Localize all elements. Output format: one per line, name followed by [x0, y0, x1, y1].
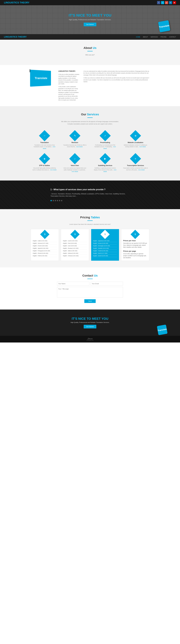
hero-title-accent: TO MEET YOU: [86, 13, 111, 17]
faq-section: 1 - What types of services does your web…: [0, 180, 180, 209]
hero-section: IT'S NICE TO MEET YOU High Quality, Prof…: [0, 5, 180, 34]
contact-email-input[interactable]: [91, 282, 123, 286]
service-translation-more[interactable]: more details: [43, 146, 55, 149]
pricing-row: English - Dutch (0.17 USD): [93, 252, 117, 254]
pricing-card-3-featured: $ English - Japanese (0.09 USD) English …: [91, 229, 119, 261]
service-dtp-desc: We provide high quality desktop publishi…: [32, 167, 57, 171]
faq-dot-5[interactable]: [59, 200, 60, 201]
about-col2-p2: # When you entrust our website with your…: [83, 77, 149, 83]
services-section: Our Services We offers you comprehensive…: [0, 106, 180, 180]
service-subtitling-more[interactable]: more details: [104, 169, 117, 172]
navbar: LINGUISTICS THEORY HOME ABOUT SERVICES P…: [0, 34, 180, 40]
hero-content: IT'S NICE TO MEET YOU High Quality, Prof…: [69, 13, 112, 26]
faq-dot-1[interactable]: [50, 200, 52, 201]
nav-home[interactable]: HOME: [136, 36, 140, 38]
pricing-row: English - Azeri (0.08 USD): [63, 244, 87, 247]
faq-dot-3[interactable]: [55, 200, 56, 201]
faq-inner: 1 - What types of services does your web…: [50, 188, 130, 201]
hero-key-visual: Translate: [158, 20, 170, 32]
prices-per-hour-title: Prices per hour: [123, 240, 147, 242]
about-section: About Us Who we are?: [0, 40, 180, 65]
service-dtp-name: DTP & Outline: [32, 164, 57, 166]
googleplus-icon[interactable]: g+: [165, 1, 168, 4]
contact-message-textarea[interactable]: [57, 287, 123, 298]
service-revision-icon: ✎: [69, 130, 80, 141]
service-transcription-more[interactable]: more details: [138, 169, 145, 170]
about-content-section: Translate LINGUISTICS THEORY. # We are a…: [0, 65, 180, 106]
contact-divider: [87, 279, 93, 279]
service-transcription: ≡ Transcription Services Transcription i…: [122, 154, 149, 174]
nav-logo-first: LINGUISTICS: [4, 36, 17, 38]
service-dtp-more[interactable]: more details: [50, 169, 56, 170]
nav-about[interactable]: ABOUT: [143, 36, 148, 38]
nav-contact[interactable]: CONTACT: [169, 36, 176, 38]
about-image: Translate: [30, 70, 51, 87]
faq-dot-4[interactable]: [57, 200, 58, 201]
nav-pricing[interactable]: PRICING: [160, 36, 166, 38]
service-revision: ✎ Revision Translation becomes any of wh…: [61, 130, 89, 151]
about-divider: [87, 51, 93, 51]
service-voiceover-desc: Voice-over services are required when yo…: [62, 167, 87, 173]
service-proofreading-more[interactable]: more details: [104, 146, 116, 149]
faq-dot-2[interactable]: [53, 200, 54, 201]
footer-text: مستقل: [87, 337, 93, 340]
pricing-row: English - Korean (0.08 USD): [93, 242, 117, 244]
pricing-card-2: $ English - Czech (0.09 USD) English - F…: [61, 229, 89, 261]
service-subtitling-desc: Subtitling or captioning services involv…: [93, 167, 118, 173]
service-proofreading-name: Proofreading: [93, 142, 118, 144]
service-localization-more[interactable]: more details: [139, 146, 146, 148]
service-revision-more[interactable]: more details: [76, 146, 83, 148]
pricing-card-3-icon: $: [101, 230, 110, 239]
pricing-row: English - Arabic (0.03 USD): [33, 240, 57, 242]
service-voiceover-more[interactable]: more details: [71, 171, 78, 172]
footer-subtext: mustaqil.com: [86, 340, 94, 341]
service-localization-name: Website Localization: [123, 142, 148, 144]
about-col1-p2: # We provide a 100% satisfaction guarant…: [58, 86, 79, 101]
service-revision-desc: Translation becomes any of what we offer…: [62, 144, 87, 148]
service-proofreading-icon: ✓: [100, 130, 111, 141]
service-localization-desc: Website localization consists of modifyi…: [123, 144, 148, 148]
twitter-icon[interactable]: t: [161, 1, 164, 4]
about-col2-p1: # No one understands the vitality of exc…: [83, 70, 149, 76]
contact-name-input[interactable]: [57, 282, 89, 286]
pricing-row: English - Portuguese (0.06 USD): [33, 250, 57, 252]
footer-get-started-button[interactable]: Get Started: [84, 325, 96, 328]
pricing-row: English - Chinese (0.25 USD): [63, 254, 87, 257]
logo-second: THEORY: [19, 1, 29, 4]
service-subtitling-icon: ▶: [100, 153, 111, 164]
footer-hero-key: Translate: [157, 324, 167, 335]
get-started-button[interactable]: Get Started: [84, 22, 96, 26]
about-image-wrap: Translate: [31, 70, 52, 86]
youtube-icon[interactable]: ▶: [173, 1, 176, 4]
service-translation-name: Translation: [32, 142, 57, 144]
facebook-icon[interactable]: f: [157, 1, 160, 4]
faq-dot-6[interactable]: [61, 200, 62, 201]
service-dtp-icon: ◈: [39, 153, 50, 164]
footer-hero-title-main: IT'S NICE: [72, 317, 87, 320]
prices-per-hour-text: Generally we can specify 15-20 USD per h…: [123, 242, 147, 248]
footer-hero-key-label: Translate: [157, 328, 167, 332]
pricing-section: Pricing Tables Lorem Ipsum has been the …: [0, 209, 180, 267]
service-voiceover: ♪ Voice Over Voice-over services are req…: [61, 154, 89, 174]
services-divider: [87, 118, 93, 118]
hero-key-label: Translate: [159, 24, 169, 28]
service-voiceover-icon: ♪: [69, 153, 80, 164]
pricing-row: English - Russian (0.15 USD): [63, 247, 87, 250]
service-dtp: ◈ DTP & Outline We provide high quality …: [31, 154, 58, 174]
nav-logo-second: THEORY: [17, 36, 27, 38]
service-localization: ⊕ Website Localization Website localizat…: [122, 130, 149, 151]
service-translation-desc: Translation is the main overview of any …: [32, 144, 57, 150]
about-title: About Us: [4, 46, 176, 50]
pricing-card-1-icon: $: [40, 230, 50, 239]
nav-services[interactable]: SERVICES: [150, 36, 158, 38]
contact-send-button[interactable]: Send: [84, 299, 96, 303]
linkedin-icon[interactable]: in: [169, 1, 172, 4]
services-desc: We offers you comprehensive services for…: [4, 120, 176, 125]
footer-hero-content: IT'S NICE TO MEET YOU High Quality, Prof…: [70, 317, 109, 328]
nav-links: HOME ABOUT SERVICES PRICING CONTACT: [136, 36, 176, 38]
hero-title-main: IT'S NICE: [69, 13, 86, 17]
hero-subtitle: High Quality, Professional and Reliable …: [69, 19, 112, 21]
top-header: LINGUISTICS THEORY f t g+ in ▶: [0, 0, 180, 5]
about-col1-p1: # We are an online translation company c…: [58, 74, 79, 85]
pricing-row: English - Hebrew (0.09 USD): [63, 252, 87, 254]
